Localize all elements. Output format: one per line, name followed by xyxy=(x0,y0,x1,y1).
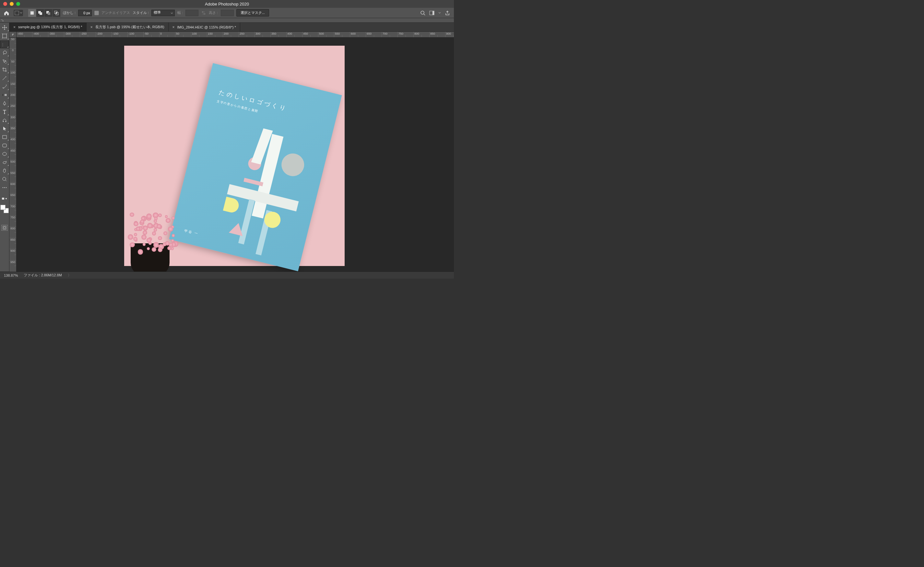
style-select[interactable]: 標準 xyxy=(152,10,175,16)
antialias-label: アンチエイリアス xyxy=(101,10,130,15)
tab-close-icon[interactable]: × xyxy=(13,25,15,30)
zoom-level[interactable]: 138.87% xyxy=(4,273,18,278)
gradient-tool[interactable] xyxy=(0,91,9,99)
svg-point-28 xyxy=(4,227,6,229)
svg-rect-19 xyxy=(3,144,6,147)
height-label: 高さ : xyxy=(209,10,218,15)
svg-rect-1 xyxy=(30,11,34,15)
lasso-tool[interactable] xyxy=(0,49,9,57)
shape-tool[interactable] xyxy=(0,116,9,124)
type-tool[interactable] xyxy=(0,108,9,116)
doc-tab[interactable]: ×長方形 1.psb @ 195% (載せたい本, RGB/8) xyxy=(87,22,168,32)
tool-preset-dropdown[interactable] xyxy=(14,10,23,16)
tab-close-icon[interactable]: × xyxy=(90,25,93,30)
zoom-tool[interactable] xyxy=(0,175,9,183)
svg-rect-5 xyxy=(48,12,50,15)
svg-point-22 xyxy=(3,187,3,188)
svg-rect-25 xyxy=(2,198,4,200)
book-mockup: たのしいロゴづくり 文字の形からの着想と展開 甲谷 一 xyxy=(169,63,342,272)
marquee-icon xyxy=(14,10,20,15)
window-controls xyxy=(0,2,20,6)
feather-input[interactable] xyxy=(78,10,92,16)
more-tools[interactable] xyxy=(0,184,9,192)
maximize-window[interactable] xyxy=(16,2,20,6)
titlebar: Adobe Photoshop 2020 xyxy=(0,0,454,8)
quick-selection-tool[interactable] xyxy=(0,57,9,65)
workspace-icon[interactable] xyxy=(429,10,434,15)
file-info-value: 2.86M/12.8M xyxy=(41,273,62,277)
selection-add[interactable] xyxy=(36,9,44,17)
share-icon[interactable] xyxy=(445,10,450,15)
tab-label: IMG_2844.HEIC @ 115% (RGB/8*) * xyxy=(177,25,236,29)
doc-tab[interactable]: ×sample.jpg @ 139% (長方形 1, RGB/8) * xyxy=(9,22,87,32)
collapsed-panel-tab[interactable] xyxy=(0,18,454,22)
width-input xyxy=(185,10,198,16)
foreground-color[interactable] xyxy=(0,205,6,210)
search-icon[interactable] xyxy=(420,10,425,15)
custom-shape-tool[interactable] xyxy=(0,158,9,166)
rectangle-tool[interactable] xyxy=(0,133,9,141)
selection-subtract[interactable] xyxy=(44,9,52,17)
artboard: たのしいロゴづくり 文字の形からの着想と展開 甲谷 一 xyxy=(124,46,345,266)
eyedropper-tool[interactable] xyxy=(0,74,9,82)
antialias-checkbox xyxy=(94,11,99,15)
ellipse-tool[interactable] xyxy=(0,150,9,158)
svg-point-21 xyxy=(3,177,6,180)
brush-tool[interactable] xyxy=(0,82,9,90)
ruler-origin[interactable] xyxy=(9,32,17,37)
path-selection-tool[interactable] xyxy=(0,125,9,132)
ruler-vertical[interactable]: 5005010015020025030035040045050055060065… xyxy=(9,38,17,272)
color-swatches[interactable] xyxy=(0,205,9,213)
height-input xyxy=(221,10,234,16)
home-icon xyxy=(4,10,9,15)
rounded-rectangle-tool[interactable] xyxy=(0,142,9,149)
chevron-down-icon[interactable] xyxy=(438,10,441,15)
ruler-horizontal[interactable]: -450-400-350-300-250-200-150-100-5005010… xyxy=(9,32,454,38)
selection-new[interactable] xyxy=(28,9,36,17)
book-artwork xyxy=(213,120,321,244)
svg-point-26 xyxy=(6,198,7,199)
width-label: 幅 : xyxy=(177,10,183,15)
svg-point-14 xyxy=(5,62,7,63)
svg-point-20 xyxy=(3,152,6,156)
minimize-window[interactable] xyxy=(10,2,14,6)
svg-rect-18 xyxy=(3,135,6,139)
toolbox xyxy=(0,22,9,272)
svg-point-9 xyxy=(421,11,424,14)
style-label: スタイル : xyxy=(132,10,149,15)
canvas[interactable]: たのしいロゴづくり 文字の形からの着想と展開 甲谷 一 xyxy=(17,38,454,272)
doc-tab[interactable]: ×IMG_2844.HEIC @ 115% (RGB/8*) * xyxy=(168,22,240,32)
edit-toolbar[interactable] xyxy=(0,195,9,202)
crop-tool[interactable] xyxy=(0,66,9,74)
svg-rect-12 xyxy=(3,34,6,38)
hand-tool[interactable] xyxy=(0,167,9,175)
app-title: Adobe Photoshop 2020 xyxy=(205,2,249,6)
chevron-down-icon xyxy=(171,12,173,15)
tab-label: sample.jpg @ 139% (長方形 1, RGB/8) * xyxy=(18,25,83,30)
chevron-down-icon xyxy=(20,10,23,15)
quick-mask-toggle[interactable] xyxy=(1,225,8,231)
svg-point-16 xyxy=(3,121,4,122)
move-tool[interactable] xyxy=(0,24,9,32)
svg-rect-3 xyxy=(39,12,42,15)
tab-close-icon[interactable]: × xyxy=(173,25,175,30)
close-window[interactable] xyxy=(3,2,7,6)
artboard-tool[interactable] xyxy=(0,32,9,40)
selection-intersect[interactable] xyxy=(53,9,60,17)
pen-tool[interactable] xyxy=(0,99,9,107)
svg-rect-8 xyxy=(56,12,57,14)
flower-pot xyxy=(121,204,186,272)
svg-point-24 xyxy=(6,187,6,188)
options-bar: ぼかし : アンチエイリアス スタイル : 標準 幅 : 高さ : 選択とマスク… xyxy=(0,8,454,18)
feather-label: ぼかし : xyxy=(63,10,75,15)
svg-rect-15 xyxy=(3,94,6,96)
status-more-icon[interactable]: 〉 xyxy=(68,273,71,278)
document-tabs: ×sample.jpg @ 139% (長方形 1, RGB/8) * ×長方形… xyxy=(9,22,454,32)
marquee-tool[interactable] xyxy=(0,40,9,48)
book-author: 甲谷 一 xyxy=(184,228,199,236)
svg-rect-0 xyxy=(15,11,19,15)
svg-point-17 xyxy=(6,121,6,122)
select-and-mask-button[interactable]: 選択とマスク... xyxy=(236,9,269,16)
home-button[interactable] xyxy=(2,9,11,17)
file-info-label: ファイル : xyxy=(24,273,40,277)
